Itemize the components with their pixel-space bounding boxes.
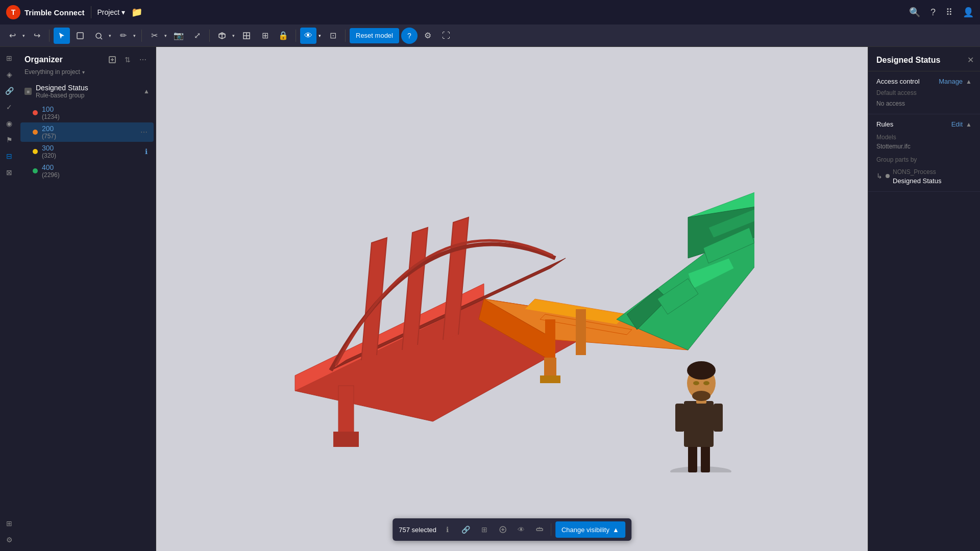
rules-group-parts: Group parts by ↳ NONS_Process Designed S… [876, 155, 972, 185]
organizer-subtitle-dropdown-icon: ▾ [82, 69, 85, 75]
status-link-button[interactable]: 🔗 [459, 522, 473, 537]
help-round-button[interactable]: ? [401, 28, 418, 44]
move-button[interactable]: ⤢ [189, 28, 205, 44]
box-select-button[interactable] [72, 28, 88, 44]
svg-rect-0 [77, 33, 83, 39]
organizer-more-button[interactable]: ⋯ [136, 53, 150, 66]
eye-arrow[interactable]: ▾ [316, 28, 323, 44]
clip-arrow[interactable]: ▾ [162, 28, 168, 44]
sidebar-item-layers2[interactable]: ⊠ [2, 165, 16, 180]
sidebar-item-views[interactable]: ◉ [2, 116, 16, 131]
help-icon[interactable]: ? [930, 7, 936, 18]
undo-button[interactable]: ↩ [4, 28, 20, 44]
select-button[interactable] [54, 28, 70, 44]
list-item-300[interactable]: 300 (320) ℹ [20, 142, 154, 161]
list-item[interactable]: 100 (1234) [20, 103, 154, 122]
camera-button[interactable]: 📷 [170, 28, 187, 44]
redo-button[interactable]: ↪ [29, 28, 45, 44]
rules-edit-link[interactable]: Edit [951, 120, 963, 128]
eye-button[interactable]: 👁 [300, 28, 316, 44]
cube-button[interactable] [214, 28, 230, 44]
cube-arrow[interactable]: ▾ [230, 28, 236, 44]
list-item-actions-300: ℹ [145, 147, 148, 156]
status-hide-button[interactable]: 👁 [514, 522, 528, 537]
undo-arrow[interactable]: ▾ [20, 28, 27, 44]
change-visibility-arrow-icon: ▲ [612, 526, 619, 534]
eye-group: 👁 ▾ [300, 28, 323, 44]
sidebar-item-organizer[interactable]: ⊟ [2, 149, 16, 163]
list-item-left-400: 400 (2296) [33, 163, 60, 179]
access-control-manage-link[interactable]: Manage [939, 78, 963, 85]
project-selector[interactable]: Project ▾ [97, 8, 126, 16]
box2-button[interactable] [238, 28, 255, 44]
grid-button[interactable]: ⊞ [257, 28, 273, 44]
change-visibility-button[interactable]: Change visibility ▲ [555, 521, 625, 538]
lock-button[interactable]: 🔒 [275, 28, 291, 44]
access-control-collapse-icon[interactable]: ▲ [966, 78, 972, 85]
sidebar-item-layers[interactable]: ⊞ [2, 51, 16, 65]
toolbar-separator-4 [296, 30, 296, 42]
list-item-400[interactable]: 400 (2296) [20, 161, 154, 181]
view-button[interactable]: ⊡ [325, 28, 341, 44]
organizer-sort-button[interactable]: ⇅ [121, 53, 134, 66]
app-header: T Trimble Connect Project ▾ 📁 🔍 ? ⠿ 👤 [0, 0, 980, 24]
list-item-info-icon[interactable]: ℹ [145, 147, 148, 156]
list-item-more-icon[interactable]: ⋯ [140, 128, 148, 136]
svg-rect-22 [576, 309, 586, 355]
app-name: Trimble Connect [24, 8, 85, 17]
list-item-text: 100 (1234) [42, 105, 60, 120]
sidebar-item-settings[interactable]: ⚙ [2, 533, 16, 547]
pencil-button[interactable]: ✏ [115, 28, 131, 44]
bridge-3d-view [156, 47, 868, 551]
models-value: Stottemur.ifc [876, 143, 911, 150]
list-item-text-200: 200 (757) [42, 124, 56, 140]
organizer-add-button[interactable] [106, 53, 119, 66]
list-item-selected[interactable]: 200 (757) ⋯ [20, 122, 154, 142]
organizer-list: 100 (1234) 200 (757) ⋯ [18, 103, 156, 181]
status-table-button[interactable]: ⊞ [477, 522, 492, 537]
rule-item: ↳ NONS_Process Designed Status [876, 167, 972, 185]
apps-icon[interactable]: ⠿ [946, 7, 952, 18]
default-access-label: Default access [876, 89, 917, 96]
fullscreen-button[interactable]: ⛶ [438, 28, 454, 44]
status-info-button[interactable]: ℹ [440, 522, 455, 537]
sidebar-item-objects[interactable]: ◈ [2, 67, 16, 82]
group-info: Designed Status Rule-based group [36, 84, 88, 99]
sidebar-item-links[interactable]: 🔗 [2, 84, 16, 98]
status-dot-orange [33, 130, 38, 135]
settings-button[interactable]: ⚙ [420, 28, 436, 44]
folder-icon[interactable]: 📁 [131, 7, 142, 18]
status-measure-button[interactable] [532, 522, 547, 537]
rules-collapse-icon[interactable]: ▲ [966, 121, 972, 128]
sidebar-item-tasks[interactable]: ✓ [2, 100, 16, 114]
status-color-button[interactable] [496, 522, 510, 537]
right-panel-title: Designed Status [876, 56, 940, 65]
undo-group: ↩ ▾ [4, 28, 27, 44]
list-item-text-300: 300 (320) [42, 144, 56, 159]
designed-status-group[interactable]: ■ Designed Status Rule-based group ▲ [18, 80, 156, 103]
rules-models: Models Stottemur.ifc [876, 132, 972, 151]
sidebar-item-more[interactable]: ⊞ [2, 516, 16, 531]
reset-model-button[interactable]: Reset model [350, 28, 399, 43]
svg-point-43 [693, 381, 699, 385]
clip-button[interactable]: ✂ [146, 28, 162, 44]
app-logo[interactable]: T Trimble Connect [6, 5, 85, 19]
pencil-arrow[interactable]: ▾ [131, 28, 137, 44]
viewport[interactable]: 757 selected ℹ 🔗 ⊞ 👁 Change visibility ▲ [156, 47, 868, 551]
status-bar: 757 selected ℹ 🔗 ⊞ 👁 Change visibility ▲ [393, 518, 631, 541]
right-panel-header: Designed Status ✕ [868, 47, 980, 71]
group-dot: ■ [24, 88, 32, 95]
toolbar: ↩ ▾ ↪ ▾ ✏ ▾ ✂ ▾ 📷 ⤢ ▾ ⊞ 🔒 👁 ▾ ⊡ [0, 24, 980, 47]
lasso-arrow[interactable]: ▾ [107, 28, 113, 44]
lasso-button[interactable] [90, 28, 107, 44]
user-avatar[interactable]: 👤 [963, 7, 974, 18]
search-icon[interactable]: 🔍 [909, 7, 920, 18]
organizer-title-icons: ⇅ ⋯ [106, 53, 150, 66]
clip-group: ✂ ▾ [146, 28, 168, 44]
group-collapse-icon[interactable]: ▲ [143, 88, 150, 95]
header-right-actions: 🔍 ? ⠿ 👤 [909, 7, 974, 18]
organizer-subtitle[interactable]: Everything in project ▾ [24, 68, 150, 76]
right-panel-close-button[interactable]: ✕ [967, 55, 974, 65]
sidebar-item-issues[interactable]: ⚑ [2, 133, 16, 147]
list-item-left-300: 300 (320) [33, 144, 56, 159]
